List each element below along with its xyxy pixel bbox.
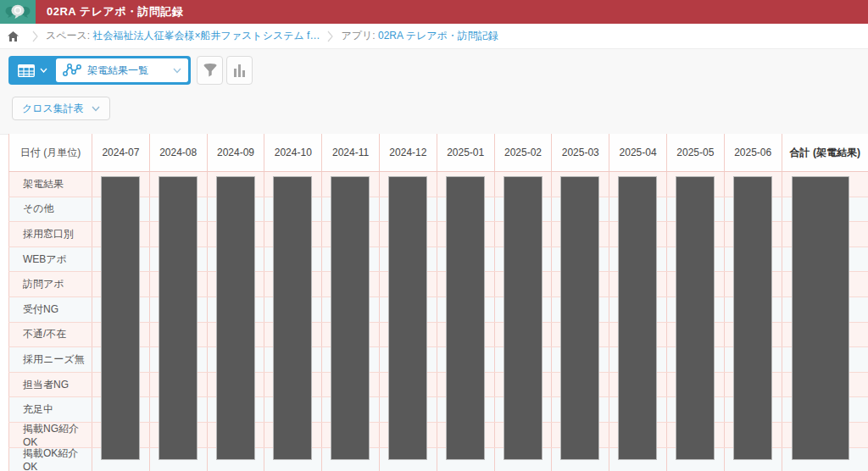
data-cell [666, 197, 724, 222]
data-cell [437, 397, 494, 422]
data-cell [551, 297, 609, 322]
view-mode-button[interactable] [8, 56, 56, 85]
breadcrumb-app: アプリ: 02RA テレアポ・訪問記録 [341, 29, 498, 43]
table-row: 充足中 [8, 397, 868, 423]
chart-button[interactable] [226, 56, 253, 85]
data-cell [92, 347, 149, 372]
total-cell [782, 272, 868, 296]
data-cell [437, 448, 494, 471]
table-grid-icon [18, 64, 35, 77]
data-cell [207, 297, 264, 322]
data-cell [494, 247, 552, 272]
data-cell [92, 448, 149, 471]
data-cell [724, 197, 782, 222]
crosstab-body: 架電結果その他採用窓口別WEBアポ訪問アポ受付NG不通/不在採用ニーズ無担当者N… [8, 172, 868, 471]
total-cell [782, 423, 868, 447]
data-cell [551, 247, 609, 272]
data-cell [494, 272, 552, 296]
data-cell [494, 397, 552, 422]
total-cell [782, 323, 868, 347]
data-cell [609, 247, 666, 272]
data-cell [264, 297, 321, 322]
data-cell [149, 222, 207, 247]
data-cell [437, 323, 494, 347]
data-cell [551, 172, 609, 197]
data-cell [724, 423, 782, 447]
column-header-2025-04: 2025-04 [609, 134, 666, 171]
data-cell [149, 423, 207, 447]
data-cell [149, 172, 207, 197]
view-switcher: 架電結果一覧 [8, 56, 191, 85]
total-cell [782, 397, 868, 422]
data-cell [724, 373, 782, 397]
column-header-2024-09: 2024-09 [207, 134, 264, 171]
data-cell [494, 222, 552, 247]
data-cell [379, 323, 437, 347]
data-cell [149, 297, 207, 322]
data-cell [666, 373, 724, 397]
row-label: 架電結果 [8, 172, 92, 197]
row-label: 掲載OK紹介OK [8, 448, 92, 471]
view-select-dropdown[interactable]: 架電結果一覧 [56, 58, 188, 82]
breadcrumb-app-link[interactable]: 02RA テレアポ・訪問記録 [378, 30, 498, 42]
data-cell [92, 373, 149, 397]
crosstab-selector-button[interactable]: クロス集計表 [12, 97, 110, 120]
table-row: 掲載NG紹介OK [8, 423, 868, 448]
table-row: 不通/不在 [8, 323, 868, 348]
data-cell [666, 397, 724, 422]
data-cell [666, 423, 724, 447]
data-cell [609, 272, 666, 296]
table-row: 採用ニーズ無 [8, 347, 868, 373]
total-cell [782, 448, 868, 471]
column-header-total: 合計 (架電結果) [782, 134, 868, 171]
total-cell [782, 297, 868, 322]
data-cell [666, 172, 724, 197]
data-cell [207, 397, 264, 422]
data-cell [724, 272, 782, 296]
breadcrumb: スペース: 社会福祉法人征峯会様×船井ファストシステム f… アプリ: 02RA… [0, 24, 868, 49]
data-cell [207, 323, 264, 347]
data-cell [379, 373, 437, 397]
data-cell [92, 272, 149, 296]
data-cell [207, 222, 264, 247]
total-cell [782, 347, 868, 372]
data-cell [207, 448, 264, 471]
data-cell [264, 197, 321, 222]
data-cell [551, 323, 609, 347]
crosstab-table: 日付 (月単位) 2024-072024-082024-092024-10202… [8, 134, 868, 471]
data-cell [666, 297, 724, 322]
filter-button[interactable] [197, 56, 223, 85]
data-cell [551, 197, 609, 222]
data-cell [437, 222, 494, 247]
data-cell [379, 222, 437, 247]
data-cell [379, 172, 437, 197]
column-header-2025-01: 2025-01 [437, 134, 494, 171]
data-cell [264, 247, 321, 272]
data-cell [149, 247, 207, 272]
data-cell [321, 423, 379, 447]
breadcrumb-space-link[interactable]: 社会福祉法人征峯会様×船井ファストシステム f… [93, 30, 320, 42]
data-cell [207, 423, 264, 447]
data-cell [724, 222, 782, 247]
column-header-2025-05: 2025-05 [666, 134, 724, 171]
data-cell [379, 448, 437, 471]
crosstab-header-row: 日付 (月単位) 2024-072024-082024-092024-10202… [8, 134, 868, 172]
data-cell [207, 272, 264, 296]
data-cell [666, 448, 724, 471]
data-cell [264, 448, 321, 471]
data-cell [494, 197, 552, 222]
app-title: 02RA テレアポ・訪問記録 [47, 4, 184, 19]
data-cell [724, 247, 782, 272]
row-label: 採用ニーズ無 [8, 347, 92, 372]
table-row: 訪問アポ [8, 272, 868, 297]
data-cell [609, 297, 666, 322]
view-name: 架電結果一覧 [87, 64, 173, 78]
data-cell [724, 297, 782, 322]
kintone-logo[interactable] [0, 0, 36, 24]
home-icon[interactable] [8, 31, 19, 42]
column-header-2025-03: 2025-03 [551, 134, 609, 171]
data-cell [379, 272, 437, 296]
data-cell [92, 323, 149, 347]
data-cell [609, 197, 666, 222]
funnel-icon [203, 64, 218, 78]
